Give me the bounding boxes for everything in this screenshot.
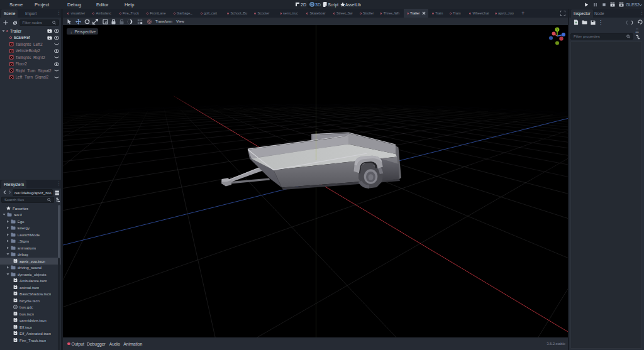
svg-text:Y: Y	[556, 28, 558, 31]
